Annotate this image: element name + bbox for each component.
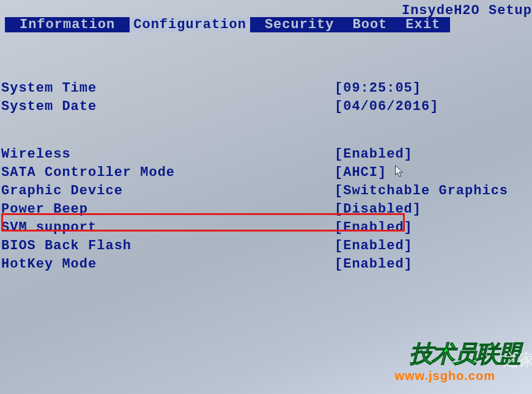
setting-label: System Time xyxy=(1,79,334,98)
setting-value[interactable]: [09:25:05] xyxy=(334,79,421,98)
setting-value[interactable]: [Enabled] xyxy=(334,145,413,164)
setting-wireless[interactable]: Wireless [Enabled] xyxy=(0,145,532,164)
tab-exit[interactable]: Exit xyxy=(402,17,444,32)
setting-system-time[interactable]: System Time [09:25:05] xyxy=(0,79,532,98)
setting-sata-mode[interactable]: SATA Controller Mode [AHCI] xyxy=(0,164,532,182)
setting-label: HotKey Mode xyxy=(1,255,334,274)
setting-power-beep[interactable]: Power Beep [Disabled] xyxy=(0,200,532,219)
setting-label: Wireless xyxy=(1,145,334,164)
setting-value[interactable]: [Disabled] xyxy=(334,200,421,219)
setting-value[interactable]: [Switchable Graphics xyxy=(334,182,508,200)
bios-title: InsydeH2O Setup xyxy=(402,3,532,18)
setting-label: Graphic Device xyxy=(1,182,334,200)
tab-information[interactable]: Information xyxy=(16,17,119,32)
setting-graphic-device[interactable]: Graphic Device [Switchable Graphics xyxy=(0,182,532,200)
tab-boot[interactable]: Boot xyxy=(349,17,391,32)
setting-value[interactable]: [04/06/2016] xyxy=(334,98,438,116)
setting-label: BIOS Back Flash xyxy=(1,237,334,255)
setting-system-date[interactable]: System Date [04/06/2016] xyxy=(0,98,532,116)
setting-value[interactable]: [AHCI] xyxy=(334,164,386,182)
setting-label: SVM support xyxy=(1,219,334,237)
watermark-url: www.jsgho.com xyxy=(395,369,496,383)
setting-value[interactable]: [Enabled] xyxy=(334,255,413,274)
setting-label: System Date xyxy=(1,98,334,116)
watermark-extra: 之家 xyxy=(503,349,532,371)
setting-svm-support[interactable]: SVM support [Enabled] xyxy=(0,219,532,237)
setting-hotkey-mode[interactable]: HotKey Mode [Enabled] xyxy=(0,255,532,274)
tab-security[interactable]: Security xyxy=(261,17,338,32)
setting-label: SATA Controller Mode xyxy=(1,164,334,182)
settings-panel: System Time [09:25:05] System Date [04/0… xyxy=(0,79,532,274)
menu-bar: Information Configuration Security Boot … xyxy=(5,17,450,32)
setting-value[interactable]: [Enabled] xyxy=(334,237,413,255)
setting-value[interactable]: [Enabled] xyxy=(334,219,413,237)
tab-configuration[interactable]: Configuration xyxy=(130,17,250,32)
setting-label: Power Beep xyxy=(1,200,334,219)
setting-bios-back-flash[interactable]: BIOS Back Flash [Enabled] xyxy=(0,237,532,255)
